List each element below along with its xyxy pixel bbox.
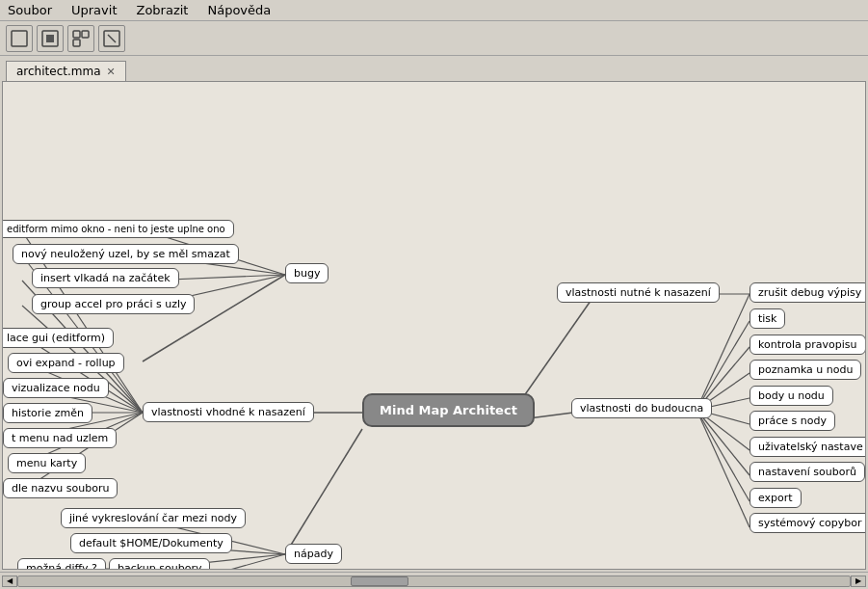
toolbar-add-child[interactable] [37, 25, 64, 52]
node-dle-nazvu[interactable]: dle nazvu souboru [3, 478, 118, 498]
node-novy-neulozen[interactable]: nový neuložený uzel, by se měl smazat [13, 244, 239, 264]
node-tisk[interactable]: tisk [750, 308, 785, 329]
node-center[interactable]: Mind Map Architect [362, 393, 535, 427]
toolbar [0, 21, 868, 56]
node-lace-gui[interactable]: lace gui (editform) [2, 328, 114, 348]
node-group-accel[interactable]: group accel pro práci s uzly [32, 294, 195, 314]
node-menu-karty[interactable]: menu karty [8, 453, 86, 473]
node-vlastnosti-vhodne[interactable]: vlastnosti vhodné k nasazení [143, 402, 314, 422]
node-vlastnosti-nutne[interactable]: vlastnosti nutné k nasazení [557, 282, 720, 303]
toolbar-new-node[interactable] [6, 25, 33, 52]
toolbar-add-sibling[interactable] [67, 25, 94, 52]
svg-line-7 [108, 35, 116, 42]
node-export[interactable]: export [750, 488, 802, 508]
menu-napoveda[interactable]: Nápověda [203, 2, 275, 18]
node-systemovy[interactable]: systémový copybor [750, 513, 866, 533]
svg-line-9 [521, 294, 595, 400]
svg-line-44 [697, 410, 750, 527]
node-jine-vykreslovani[interactable]: jiné vykreslování čar mezi nody [61, 508, 246, 528]
toolbar-delete[interactable] [98, 25, 125, 52]
menubar: Soubor Upravit Zobrazit Nápověda [0, 0, 868, 21]
node-bugy[interactable]: bugy [285, 263, 329, 283]
node-backup-soubory[interactable]: backup soubory [109, 558, 210, 570]
node-prace-s[interactable]: práce s nody [750, 411, 835, 431]
scroll-left-btn[interactable]: ◀ [2, 576, 17, 587]
canvas-area: Mind Map Architect vlastnosti vhodné k n… [2, 81, 866, 570]
tab-close-icon[interactable]: ✕ [107, 66, 116, 78]
scroll-right-btn[interactable]: ▶ [851, 576, 866, 587]
node-poznamka[interactable]: poznamka u nodu [750, 360, 861, 380]
menu-zobrazit[interactable]: Zobrazit [132, 2, 192, 18]
svg-line-35 [697, 294, 750, 410]
node-body-u[interactable]: body u nodu [750, 386, 833, 406]
scroll-track[interactable] [17, 576, 851, 587]
node-zrusit-debug[interactable]: zrušit debug výpisy [750, 282, 866, 303]
svg-line-36 [697, 321, 750, 410]
svg-rect-3 [73, 31, 80, 38]
tab-architect-mma[interactable]: architect.mma ✕ [6, 61, 126, 81]
menu-upravit[interactable]: Upravit [67, 2, 120, 18]
node-mozna-diffy[interactable]: možná diffy ? [17, 558, 106, 570]
node-editform[interactable]: editform mimo okno - neni to jeste uplne… [2, 220, 234, 238]
svg-line-27 [285, 429, 362, 554]
svg-line-42 [697, 410, 750, 475]
node-vlastnosti-budoucna[interactable]: vlastnosti do budoucna [571, 398, 712, 418]
svg-rect-0 [12, 31, 27, 46]
node-nastaveni[interactable]: nastavení souborů [750, 462, 865, 482]
tab-label: architect.mma [16, 65, 101, 78]
node-default-home[interactable]: default $HOME/Dokumenty [70, 533, 232, 553]
node-uzivatelsky[interactable]: uživatelský nastave [750, 437, 866, 457]
svg-rect-2 [46, 35, 54, 42]
node-historie[interactable]: historie změn [3, 403, 92, 423]
node-insert-vlkada[interactable]: insert vlkadá na začátek [32, 268, 179, 288]
scrollbar-area: ◀ ▶ [0, 572, 868, 589]
scroll-thumb[interactable] [351, 576, 408, 586]
mindmap-svg [3, 82, 865, 569]
svg-rect-4 [82, 31, 89, 38]
tabbar: architect.mma ✕ [0, 56, 868, 81]
node-napady[interactable]: nápady [285, 544, 342, 564]
svg-line-43 [697, 410, 750, 501]
node-kontrola[interactable]: kontrola pravopisu [750, 335, 866, 355]
node-vizualizace[interactable]: vizualizace nodu [3, 378, 109, 398]
menu-soubor[interactable]: Soubor [4, 2, 56, 18]
svg-rect-5 [73, 40, 80, 46]
node-ovi-expand[interactable]: ovi expand - rollup [8, 353, 124, 373]
node-menu-nad[interactable]: t menu nad uzlem [3, 428, 117, 448]
